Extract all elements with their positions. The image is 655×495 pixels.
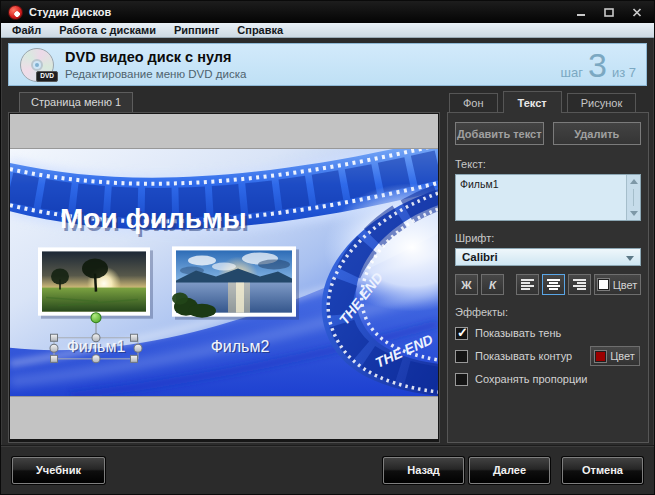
text-panel: Добавить текст Удалить Текст: Фильм1 Шри… <box>447 112 649 443</box>
align-center-button[interactable] <box>542 274 565 295</box>
tab-menu-page-1[interactable]: Страница меню 1 <box>19 92 133 112</box>
item-label-2[interactable]: Фильм2 <box>211 337 270 355</box>
close-icon[interactable] <box>624 4 649 20</box>
maximize-icon[interactable] <box>596 4 621 20</box>
font-select[interactable]: Calibri <box>455 248 641 266</box>
letterbox-bottom <box>10 396 438 439</box>
resize-handle <box>134 344 142 352</box>
menu-ripping[interactable]: Риппинг <box>165 23 228 38</box>
scroll-up-icon[interactable] <box>630 179 638 184</box>
menu-title[interactable]: Мои фильмы <box>60 203 247 234</box>
letterbox-top <box>10 114 438 149</box>
text-input[interactable]: Фильм1 <box>456 175 626 220</box>
show-outline-label: Показывать контур <box>475 350 572 362</box>
show-outline-checkbox[interactable] <box>455 350 468 363</box>
dvd-disc-icon: DVD <box>20 48 54 82</box>
textarea-scrollbar[interactable] <box>626 175 640 220</box>
dvd-badge: DVD <box>36 71 58 82</box>
wizard-header: DVD DVD видео диск с нуля Редактирование… <box>8 43 647 86</box>
resize-handle <box>92 355 100 363</box>
menu-help[interactable]: Справка <box>228 23 292 38</box>
resize-handle <box>131 334 138 341</box>
panel-tabs: Фон Текст Рисунок <box>447 91 649 112</box>
align-left-button[interactable] <box>516 274 539 295</box>
keep-proportions-checkbox[interactable] <box>455 373 468 386</box>
step-indicator: шаг 3 из 7 <box>561 48 636 82</box>
minimize-icon[interactable] <box>568 4 593 20</box>
next-button[interactable]: Далее <box>469 457 550 484</box>
resize-handle <box>51 355 58 362</box>
step-number: 3 <box>588 48 607 82</box>
tab-picture[interactable]: Рисунок <box>567 93 637 112</box>
align-left-icon <box>521 279 534 290</box>
resize-handle <box>51 334 58 341</box>
outline-color-button[interactable]: Цвет <box>590 346 640 366</box>
keep-proportions-label: Сохранять пропорции <box>475 373 588 385</box>
font-label: Шрифт: <box>455 232 641 244</box>
show-shadow-label: Показывать тень <box>475 327 561 339</box>
bold-button[interactable]: Ж <box>455 274 478 295</box>
outline-color-label: Цвет <box>610 350 635 362</box>
menu-disc-operations[interactable]: Работа с дисками <box>50 23 165 38</box>
delete-text-button[interactable]: Удалить <box>553 122 642 145</box>
font-value: Calibri <box>462 251 498 263</box>
cancel-button[interactable]: Отмена <box>562 457 643 484</box>
app-disc-icon <box>8 5 23 20</box>
effects-label: Эффекты: <box>455 306 641 318</box>
show-shadow-checkbox[interactable] <box>455 327 468 340</box>
tab-text[interactable]: Текст <box>503 91 562 113</box>
thumbnail-1[interactable] <box>38 247 153 318</box>
dvd-menu-preview: THE END THE END Мои фильмы Мои фильмы <box>8 112 440 443</box>
resize-handle <box>92 334 100 342</box>
align-center-icon <box>547 279 560 290</box>
step-suffix: из 7 <box>612 65 636 80</box>
italic-button[interactable]: К <box>481 274 504 295</box>
window-title: Студия Дисков <box>29 6 111 18</box>
text-label: Текст: <box>455 158 641 170</box>
titlebar: Студия Дисков <box>1 1 654 23</box>
menu-canvas[interactable]: THE END THE END Мои фильмы Мои фильмы <box>10 149 438 396</box>
app-window: Студия Дисков Файл Работа с дисками Рипп… <box>0 0 655 495</box>
chevron-down-icon <box>626 256 634 261</box>
scroll-down-icon[interactable] <box>630 211 638 216</box>
rotation-handle-icon[interactable] <box>91 313 101 323</box>
footer-bar: Учебник Назад Далее Отмена <box>1 445 654 494</box>
text-color-swatch <box>598 279 609 290</box>
wizard-subtitle: Редактирование меню DVD диска <box>65 68 246 80</box>
text-color-label: Цвет <box>613 279 638 291</box>
tab-background[interactable]: Фон <box>449 93 498 112</box>
add-text-button[interactable]: Добавить текст <box>455 122 544 145</box>
resize-handle <box>50 344 58 352</box>
wizard-title: DVD видео диск с нуля <box>65 49 246 65</box>
menubar: Файл Работа с дисками Риппинг Справка <box>1 23 654 38</box>
menu-file[interactable]: Файл <box>3 23 50 38</box>
back-button[interactable]: Назад <box>383 457 464 484</box>
align-right-button[interactable] <box>568 274 591 295</box>
thumbnail-2[interactable] <box>172 246 299 319</box>
align-right-icon <box>573 279 586 290</box>
tutorial-button[interactable]: Учебник <box>12 457 105 484</box>
resize-handle <box>131 355 138 362</box>
text-color-button[interactable]: Цвет <box>594 274 641 295</box>
outline-color-swatch <box>595 351 606 362</box>
step-prefix: шаг <box>561 65 583 80</box>
